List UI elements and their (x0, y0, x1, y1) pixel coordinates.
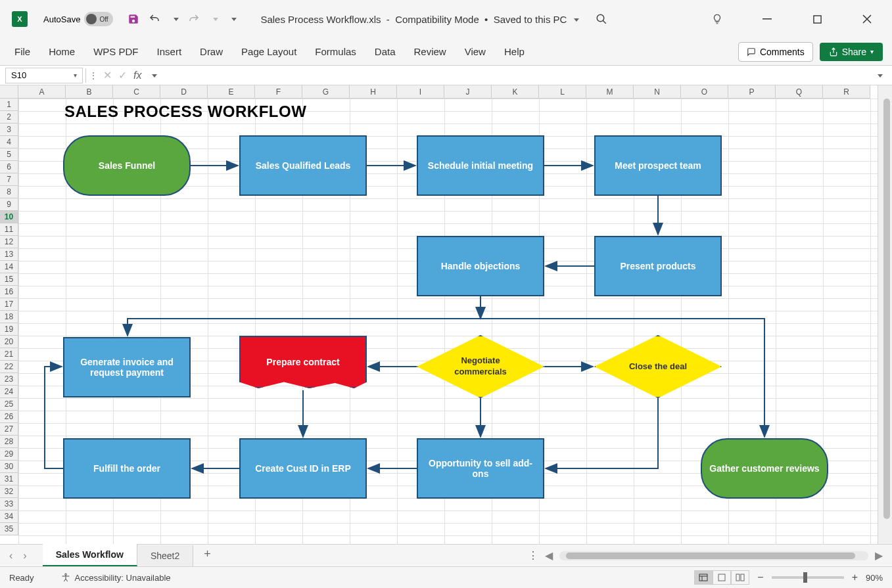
autosave-toggle[interactable]: AutoSave Off (43, 12, 113, 26)
shape-invoice[interactable]: Generate invoice and request payment (63, 337, 191, 397)
row-header[interactable]: 21 (0, 348, 18, 361)
shape-present[interactable]: Present products (594, 236, 722, 296)
sheet-menu-icon[interactable]: ⋮ (528, 549, 538, 562)
hscroll-left-icon[interactable]: ◀ (545, 549, 553, 562)
row-header[interactable]: 30 (0, 461, 18, 473)
toggle-switch[interactable]: Off (84, 12, 113, 26)
column-header[interactable]: Q (776, 85, 823, 99)
row-header[interactable]: 34 (0, 510, 18, 523)
cancel-icon[interactable]: ✕ (103, 69, 112, 81)
row-header[interactable]: 33 (0, 498, 18, 510)
column-header[interactable]: A (18, 85, 66, 99)
undo-button[interactable] (149, 13, 160, 25)
row-header[interactable]: 3 (0, 124, 18, 136)
tab-data[interactable]: Data (365, 41, 405, 62)
tab-view[interactable]: View (456, 41, 495, 62)
sheet-next-icon[interactable]: › (23, 550, 26, 562)
column-header[interactable]: B (66, 85, 113, 99)
zoom-out-button[interactable]: − (757, 572, 763, 583)
row-header[interactable]: 16 (0, 286, 18, 298)
column-header[interactable]: I (397, 85, 444, 99)
cells-canvas[interactable]: SALES PROCESS WORKFLOW Sales Funnel Sale… (18, 99, 878, 544)
lightbulb-icon[interactable] (704, 9, 730, 29)
row-header[interactable]: 32 (0, 486, 18, 498)
title-dropdown[interactable] (570, 14, 579, 25)
row-header[interactable]: 2 (0, 111, 18, 124)
redo-dropdown[interactable] (209, 13, 218, 25)
column-header[interactable]: J (444, 85, 492, 99)
column-header[interactable]: K (492, 85, 539, 99)
row-header[interactable]: 28 (0, 436, 18, 448)
row-header[interactable]: 14 (0, 261, 18, 273)
zoom-thumb[interactable] (803, 572, 807, 583)
tab-draw[interactable]: Draw (191, 41, 232, 62)
row-header[interactable]: 1 (0, 99, 18, 111)
view-page-break-button[interactable] (731, 570, 749, 585)
column-header[interactable]: P (728, 85, 776, 99)
column-header[interactable]: E (208, 85, 255, 99)
row-header[interactable]: 5 (0, 148, 18, 161)
tab-help[interactable]: Help (495, 41, 534, 62)
zoom-slider[interactable] (772, 576, 844, 579)
row-header[interactable]: 13 (0, 248, 18, 261)
shape-sales-funnel[interactable]: Sales Funnel (63, 135, 191, 196)
row-header[interactable]: 26 (0, 411, 18, 423)
hscroll-right-icon[interactable]: ▶ (875, 549, 883, 562)
accessibility-status[interactable]: Accessibility: Unavailable (60, 572, 171, 583)
shape-fulfill[interactable]: Fulfill the order (63, 438, 191, 499)
column-header[interactable]: R (823, 85, 870, 99)
sheet-tab-sheet2[interactable]: Sheet2 (137, 545, 193, 566)
tab-review[interactable]: Review (405, 41, 456, 62)
shape-handle[interactable]: Handle objections (417, 236, 544, 296)
tab-file[interactable]: File (9, 41, 39, 62)
spreadsheet-grid[interactable]: ABCDEFGHIJKLMNOPQR 123456789101112131415… (0, 85, 892, 544)
hscroll-thumb[interactable] (566, 553, 855, 559)
row-header[interactable]: 15 (0, 273, 18, 286)
minimize-button[interactable] (754, 9, 780, 29)
shape-addons[interactable]: Opportunity to sell add-ons (417, 438, 544, 499)
row-header[interactable]: 27 (0, 423, 18, 436)
tab-page-layout[interactable]: Page Layout (232, 41, 306, 62)
tab-home[interactable]: Home (39, 41, 84, 62)
row-header[interactable]: 19 (0, 323, 18, 336)
row-header[interactable]: 11 (0, 223, 18, 236)
formula-input[interactable] (162, 68, 870, 83)
horizontal-scrollbar[interactable] (559, 551, 868, 560)
row-header[interactable]: 18 (0, 311, 18, 323)
column-header[interactable]: N (634, 85, 681, 99)
redo-button[interactable] (188, 13, 200, 25)
share-button[interactable]: Share ▾ (820, 43, 883, 61)
row-header[interactable]: 29 (0, 448, 18, 461)
sheet-prev-icon[interactable]: ‹ (9, 550, 12, 562)
column-header[interactable]: C (113, 85, 160, 99)
row-header[interactable]: 23 (0, 373, 18, 386)
tab-formulas[interactable]: Formulas (306, 41, 365, 62)
qat-customize[interactable] (227, 13, 237, 25)
tab-insert[interactable]: Insert (148, 41, 191, 62)
column-header[interactable]: O (681, 85, 728, 99)
row-header[interactable]: 4 (0, 136, 18, 148)
shape-schedule[interactable]: Schedule initial meeting (417, 135, 544, 196)
shape-contract[interactable]: Prepare contract (239, 336, 367, 388)
column-header[interactable]: F (255, 85, 302, 99)
name-box[interactable]: S10 ▾ (5, 68, 83, 83)
zoom-level[interactable]: 90% (866, 573, 883, 583)
shape-reviews[interactable]: Gather customer reviews (701, 438, 828, 499)
column-header[interactable]: D (160, 85, 208, 99)
enter-icon[interactable]: ✓ (118, 69, 127, 81)
row-header[interactable]: 12 (0, 236, 18, 248)
row-header[interactable]: 10 (0, 211, 18, 223)
fx-dropdown[interactable] (148, 70, 157, 81)
row-header[interactable]: 22 (0, 361, 18, 373)
column-header[interactable]: L (539, 85, 586, 99)
row-header[interactable]: 24 (0, 386, 18, 398)
search-icon[interactable] (588, 9, 615, 29)
shape-close[interactable]: Close the deal (594, 335, 722, 398)
row-header[interactable]: 7 (0, 173, 18, 186)
fx-icon[interactable]: fx (133, 70, 141, 81)
formula-expand[interactable] (870, 70, 887, 81)
shape-meet[interactable]: Meet prospect team (594, 135, 722, 196)
row-header[interactable]: 6 (0, 161, 18, 173)
view-normal-button[interactable] (694, 570, 713, 585)
row-header[interactable]: 8 (0, 186, 18, 198)
